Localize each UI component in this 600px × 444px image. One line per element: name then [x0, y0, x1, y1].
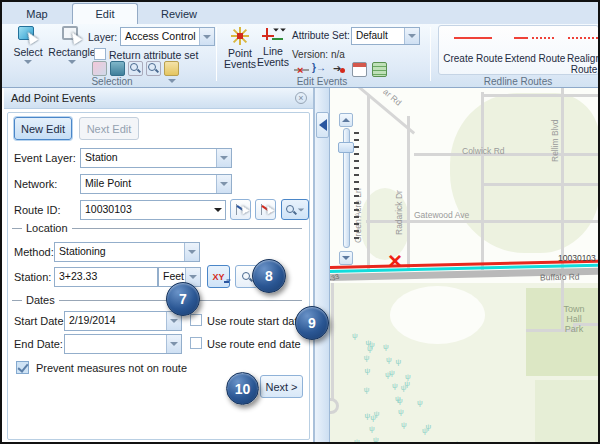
line-events-button[interactable]: Line Events [256, 26, 290, 68]
road-colwick [414, 153, 600, 156]
event-layer-dropdown[interactable]: Station [80, 148, 232, 168]
zoom-slider-handle[interactable] [338, 142, 354, 153]
event-attributes-icon[interactable] [352, 62, 367, 77]
chevron-down-icon[interactable] [184, 243, 199, 261]
zoom-to-selection-icon[interactable] [128, 61, 143, 76]
use-route-start-date-checkbox[interactable] [190, 314, 202, 326]
callout-10: 10 [226, 372, 259, 405]
extend-route-icon [514, 37, 528, 39]
street-label: Gatewood Ave [414, 210, 469, 220]
next-button[interactable]: Next > [260, 375, 303, 398]
tab-review[interactable]: Review [148, 4, 210, 24]
zoom-slider-ticks [354, 132, 359, 244]
move-event-icon[interactable]: ➔ [332, 62, 347, 77]
chevron-down-icon[interactable] [199, 28, 214, 45]
tab-map[interactable]: Map [12, 4, 62, 24]
marsh-symbol: ψ [352, 331, 358, 340]
close-icon[interactable]: × [295, 92, 307, 104]
panel-titlebar: Add Point Events × [4, 88, 313, 109]
selection-group-title: Selection [42, 76, 182, 87]
redline-group-title: Redline Routes [448, 76, 588, 87]
prevent-measures-checkbox[interactable] [16, 361, 29, 374]
method-dropdown[interactable]: Stationing [54, 242, 200, 262]
rectangle-button-label: Rectangle [48, 46, 95, 58]
marsh-symbol: ψ [392, 381, 398, 390]
magnifier-icon [285, 204, 297, 216]
merge-events-icon[interactable]: }→ [312, 62, 327, 77]
route-id-combo[interactable]: 10030103 [80, 200, 226, 220]
selection-options-icon[interactable] [164, 61, 179, 76]
select-button[interactable]: Select [8, 26, 48, 64]
route-zoom-options-button[interactable] [281, 199, 309, 220]
start-date-label: Start Date: [14, 315, 67, 327]
chevron-down-icon[interactable] [404, 28, 419, 44]
chevron-down-icon [342, 256, 350, 260]
event-table-icon[interactable] [372, 62, 387, 77]
start-date-input[interactable]: 2/19/2014 [64, 311, 182, 331]
attribute-set-dropdown[interactable]: Default [351, 27, 420, 45]
collapse-panel-button[interactable] [316, 112, 329, 138]
zoom-out-button[interactable] [339, 251, 353, 265]
street-label: Rellim Blvd [550, 119, 560, 162]
create-route-icon [454, 37, 492, 39]
street-label: Radarick Dr [394, 190, 404, 235]
map-canvas[interactable]: × ar Rd Colwick Rd Rellim Blvd Radarick … [330, 88, 600, 444]
marsh-symbol: ψ [369, 424, 375, 433]
clear-selection-icon[interactable] [92, 61, 107, 76]
tab-edit[interactable]: Edit [72, 3, 138, 24]
use-route-start-date-label: Use route start date [207, 315, 304, 327]
location-section-title: Location [22, 222, 72, 234]
marsh-symbol: ψ [417, 398, 423, 407]
chevron-down-icon[interactable] [68, 60, 76, 64]
new-edit-button[interactable]: New Edit [14, 117, 72, 140]
chevron-down-icon[interactable] [216, 149, 231, 167]
edit-events-group-title: Edit Events [252, 76, 392, 87]
station-input[interactable]: 3+23.33 [54, 267, 158, 287]
clearing-area [390, 286, 485, 344]
road [481, 92, 484, 270]
group-separator [430, 27, 431, 81]
marsh-symbol: ψ [374, 409, 380, 418]
point-events-button[interactable]: Point Events [224, 26, 256, 70]
network-value: Mile Point [81, 175, 216, 193]
pick-route-red-icon [259, 203, 273, 217]
marsh-symbol: ψ [389, 368, 395, 377]
pan-to-selection-icon[interactable] [146, 61, 161, 76]
route-id-value: 10030103 [81, 201, 211, 219]
network-dropdown[interactable]: Mile Point [80, 174, 232, 194]
return-attribute-set-label: Return attribute set [109, 49, 198, 61]
chevron-down-icon[interactable] [24, 60, 32, 64]
next-edit-button[interactable]: Next Edit [79, 117, 139, 140]
point-events-icon [230, 26, 250, 46]
park-area [535, 380, 600, 444]
method-label: Method: [14, 246, 54, 258]
pick-route-icon [234, 203, 248, 217]
pick-route-from-map-button[interactable] [230, 199, 251, 220]
street-label: Buffalo Rd [540, 272, 580, 283]
extend-route-button[interactable]: Extend Route [504, 53, 566, 64]
road-green-acre [367, 94, 370, 270]
park-area [450, 93, 600, 253]
marsh-symbol: ψ [366, 338, 372, 347]
marsh-symbol: ψ [373, 435, 379, 444]
split-event-icon[interactable]: × [294, 62, 309, 77]
panel-title: Add Point Events [11, 92, 95, 104]
chevron-down-icon[interactable] [166, 335, 181, 353]
method-value: Stationing [55, 243, 184, 261]
event-layer-value: Station [81, 149, 216, 167]
use-route-end-date-checkbox[interactable] [190, 337, 202, 349]
chevron-down-icon[interactable] [211, 201, 225, 219]
panel-splitter[interactable] [314, 88, 330, 444]
zoom-in-button[interactable] [339, 113, 353, 127]
marsh-symbol: ψ [365, 411, 371, 420]
chevron-down-icon[interactable] [216, 175, 231, 193]
pick-route-from-selection-button[interactable] [255, 199, 276, 220]
create-route-button[interactable]: Create Route [442, 53, 504, 64]
xy-coordinates-button[interactable]: XY [207, 265, 230, 288]
realign-route-button[interactable]: Realign Route [562, 53, 600, 75]
end-date-input[interactable] [64, 334, 182, 354]
return-attribute-set-checkbox[interactable] [94, 48, 106, 60]
chevron-left-icon [319, 119, 327, 131]
layer-dropdown[interactable]: Access Control [120, 27, 215, 46]
select-all-icon[interactable] [110, 61, 125, 76]
